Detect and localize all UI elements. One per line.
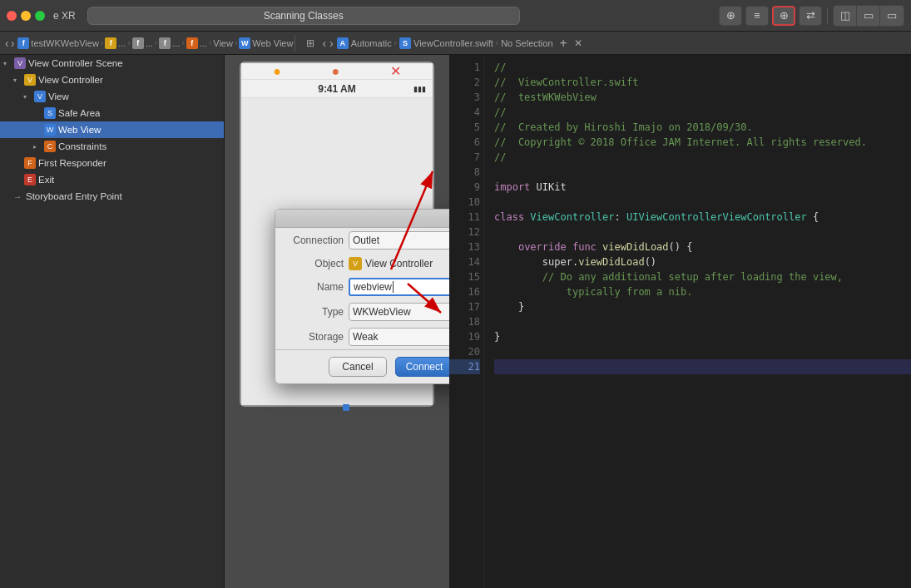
iphone-time: 9:41 AM [318, 83, 356, 95]
bc-section-label[interactable]: No Selection [501, 38, 552, 48]
iphone-status: 9:41 AM ▮▮▮ [241, 80, 433, 98]
type-value: WKWebView [353, 306, 411, 318]
ln-1: 1 [449, 60, 480, 75]
toolbar-btn-linked[interactable]: ⊕ [772, 6, 795, 26]
app-title: e XR [53, 10, 76, 22]
toolbar-btn-grid[interactable]: ≡ [745, 6, 769, 26]
sidebar-item-exit[interactable]: ▸ E Exit [0, 171, 224, 188]
code-content: 1 2 3 4 5 6 7 8 9 10 11 12 13 14 15 16 1… [449, 55, 911, 588]
sidebar-item-entry-point[interactable]: → Storyboard Entry Point [0, 188, 224, 205]
dialog-buttons: Cancel Connect [275, 349, 449, 383]
sidebar-item-vc[interactable]: ▾ V View Controller [0, 72, 224, 88]
nav-back[interactable]: ‹ [5, 37, 9, 50]
code-line-14: super.viewDidLoad() [494, 254, 911, 269]
object-label: Object [285, 258, 344, 269]
bc-close-btn[interactable]: ✕ [574, 37, 582, 49]
maximize-button[interactable] [35, 11, 45, 21]
selection-handle [343, 404, 349, 411]
sidebar-item-constraints[interactable]: ▸ C Constraints [0, 138, 224, 155]
code-line-21 [494, 359, 911, 374]
sidebar-item-first-responder[interactable]: ▸ F First Responder [0, 155, 224, 171]
view-label: View [48, 91, 69, 101]
ln-19: 19 [449, 329, 480, 344]
vc-scene-label: View Controller Scene [28, 58, 123, 68]
first-responder-label: First Responder [38, 158, 106, 168]
bc-file-label[interactable]: ViewController.swift [413, 38, 493, 48]
toolbar-btn-circle[interactable]: ⊕ [719, 6, 742, 26]
entry-point-label: Storyboard Entry Point [26, 191, 122, 201]
bc-item-1[interactable]: testWKWebView [31, 38, 99, 48]
ln-4: 4 [449, 105, 480, 120]
code-line-11: class ViewController: UIViewControllerVi… [494, 210, 911, 225]
type-label: Type [285, 306, 344, 318]
object-value: View Controller [365, 258, 433, 269]
toolbar-btn-center[interactable]: ▭ [857, 6, 880, 26]
close-button[interactable] [7, 11, 17, 21]
dialog-storage-row: Storage Weak ▾ [275, 324, 449, 349]
toolbar-btn-right-panel[interactable]: ▭ [880, 6, 904, 26]
web-view-label: Web View [58, 125, 101, 135]
bc-plus-btn[interactable]: + [557, 36, 571, 51]
code-line-1: // [494, 60, 911, 75]
connection-select[interactable]: Outlet ▾ [349, 231, 449, 250]
dialog-object-row: Object V View Controller [275, 253, 449, 274]
code-lines[interactable]: // // ViewController.swift // testWKWebV… [484, 55, 911, 588]
ln-5: 5 [449, 120, 480, 135]
title-bar: e XR Scanning Classes ⊕ ≡ ⊕ ⇄ ◫ ▭ ▭ [0, 0, 911, 32]
bc-path: A Automatic › S ViewController.swift › N… [337, 37, 553, 49]
toolbar-btn-swap[interactable]: ⇄ [799, 6, 822, 26]
type-select[interactable]: WKWebView ▾ [349, 303, 449, 321]
search-text: Scanning Classes [264, 10, 344, 22]
bc-right-nav-back[interactable]: ‹ [322, 37, 326, 50]
search-bar[interactable]: Scanning Classes [87, 7, 520, 25]
ln-7: 7 [449, 150, 480, 165]
code-line-9: import UIKit [494, 180, 911, 195]
toolbar-view-group: ◫ ▭ ▭ [833, 5, 904, 27]
code-line-10 [494, 195, 911, 210]
name-input[interactable]: webview [349, 278, 449, 296]
sidebar-item-view[interactable]: ▾ V View [0, 88, 224, 105]
dialog-name-row: Name webview [275, 274, 449, 299]
bc-right-nav-fwd[interactable]: › [329, 37, 334, 50]
connection-label: Connection [285, 235, 344, 246]
ln-21: 21 [449, 359, 480, 374]
ln-17: 17 [449, 299, 480, 314]
minimize-button[interactable] [21, 11, 31, 21]
name-value: webview [354, 281, 392, 293]
breadcrumb-bar: ‹ › f testWKWebView › f ... › f ... › f … [0, 32, 911, 55]
vc-icon: V [24, 74, 36, 86]
line-numbers: 1 2 3 4 5 6 7 8 9 10 11 12 13 14 15 16 1… [449, 55, 484, 588]
sidebar-item-web-view[interactable]: ▸ W Web View [0, 121, 224, 138]
ln-15: 15 [449, 269, 480, 284]
bc-auto-label[interactable]: Automatic [351, 38, 392, 48]
dialog-connection-row: Connection Outlet ▾ [275, 228, 449, 253]
storage-select[interactable]: Weak ▾ [349, 328, 449, 346]
sidebar-item-vc-scene[interactable]: ▾ V View Controller Scene [0, 55, 224, 72]
ln-8: 8 [449, 165, 480, 180]
code-line-2: // ViewController.swift [494, 75, 911, 90]
code-line-5: // Created by Hiroshi Imajo on 2018/09/3… [494, 120, 911, 135]
bc-path-auto-icon: A [337, 37, 349, 49]
bc-grid-icon[interactable]: ⊞ [302, 35, 319, 52]
sidebar-item-safe-area[interactable]: ▸ S Safe Area [0, 105, 224, 121]
triangle-icon: ▾ [23, 93, 32, 101]
bc-icon-1: f [17, 37, 29, 49]
connection-dialog: Connection Outlet ▾ Object V View Contro… [275, 209, 449, 384]
name-label: Name [285, 281, 344, 293]
ln-13: 13 [449, 240, 480, 254]
storage-label: Storage [285, 331, 344, 343]
bc-icon-6: W [239, 37, 250, 49]
bc-icon-4: f [159, 37, 171, 49]
code-line-12 [494, 225, 911, 240]
constraints-icon: C [44, 141, 56, 152]
bc-icon-2: f [105, 37, 116, 49]
connect-button[interactable]: Connect [395, 357, 449, 377]
code-line-8 [494, 165, 911, 180]
object-icon: V [349, 257, 362, 270]
title-bar-left: e XR [7, 10, 82, 22]
code-line-16: typically from a nib. [494, 284, 911, 299]
code-line-13: override func viewDidLoad() { [494, 240, 911, 254]
cancel-button[interactable]: Cancel [329, 357, 387, 377]
nav-forward[interactable]: › [11, 37, 15, 50]
toolbar-btn-left-panel[interactable]: ◫ [834, 6, 857, 26]
